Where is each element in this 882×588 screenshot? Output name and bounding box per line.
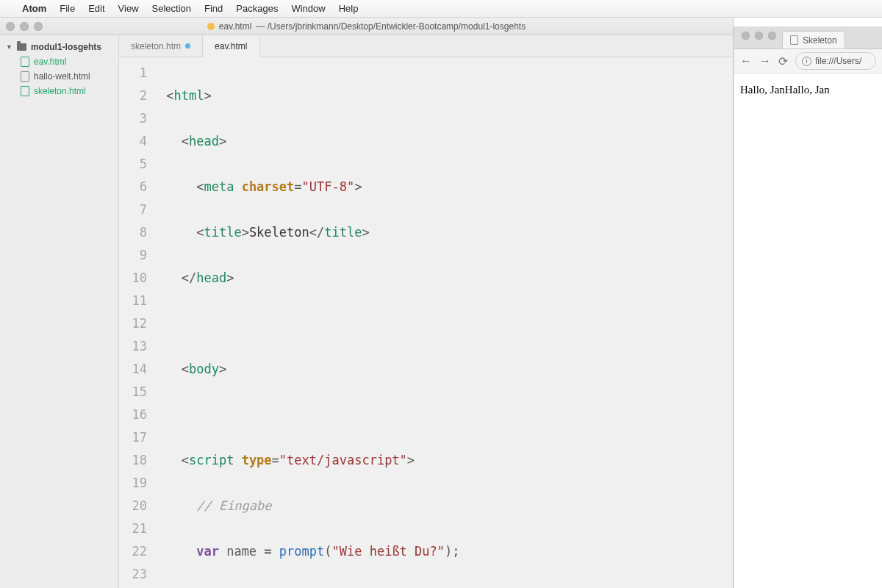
forward-icon[interactable]: →: [759, 54, 771, 68]
address-bar[interactable]: i file:///Users/: [795, 52, 876, 70]
browser-tab[interactable]: Skeleton: [782, 31, 845, 49]
page-icon: [790, 35, 798, 45]
tree-root[interactable]: ▼ modul1-losgehts: [0, 40, 118, 54]
minimize-icon[interactable]: [755, 32, 763, 40]
close-icon[interactable]: [742, 32, 750, 40]
line-number: 19: [119, 472, 147, 495]
modified-dot-icon: [207, 23, 215, 30]
line-number: 1: [119, 62, 147, 85]
atom-titlebar: eav.html — /Users/jbrinkmann/Desktop/Ent…: [0, 18, 733, 35]
line-number: 22: [119, 540, 147, 563]
line-number: 9: [119, 244, 147, 267]
address-text: file:///Users/: [815, 56, 861, 66]
line-number: 23: [119, 563, 147, 586]
tree-item-label: eav.html: [34, 57, 66, 67]
atom-title: eav.html — /Users/jbrinkmann/Desktop/Ent…: [0, 21, 733, 32]
line-number: 20: [119, 495, 147, 517]
line-number: 15: [119, 381, 147, 404]
browser-tab-title: Skeleton: [803, 35, 837, 46]
line-number: 10: [119, 267, 147, 290]
line-number: 4: [119, 130, 147, 153]
tree-item-skeleton[interactable]: skeleton.html: [0, 84, 118, 98]
code-editor[interactable]: 1234567891011121314151617181920212223 <h…: [119, 57, 733, 588]
file-tree[interactable]: ▼ modul1-losgehts eav.html hallo-welt.ht…: [0, 35, 119, 588]
tree-item-eav[interactable]: eav.html: [0, 54, 118, 69]
desktop: eav.html — /Users/jbrinkmann/Desktop/Ent…: [0, 18, 882, 588]
file-icon: [21, 86, 29, 96]
line-number: 6: [119, 176, 147, 198]
file-icon: [21, 71, 29, 82]
reload-icon[interactable]: ⟳: [778, 54, 788, 68]
line-number: 11: [119, 290, 147, 312]
tab-label: skeleton.htm: [131, 41, 181, 51]
browser-toolbar: ← → ⟳ i file:///Users/: [734, 49, 882, 74]
macos-menubar: Atom File Edit View Selection Find Packa…: [0, 0, 882, 18]
tree-item-label: hallo-welt.html: [34, 71, 90, 82]
menubar-selection[interactable]: Selection: [152, 3, 191, 14]
browser-page: Hallo, JanHallo, Jan: [734, 74, 882, 588]
back-icon[interactable]: ←: [740, 54, 752, 68]
browser-window: Skeleton ← → ⟳ i file:///Users/ Hallo, J…: [734, 26, 882, 588]
tree-root-label: modul1-losgehts: [31, 42, 101, 52]
folder-icon: [17, 43, 26, 51]
tree-item-hallo-welt[interactable]: hallo-welt.html: [0, 69, 118, 84]
atom-window: eav.html — /Users/jbrinkmann/Desktop/Ent…: [0, 18, 734, 588]
zoom-icon[interactable]: [768, 32, 776, 40]
menubar-window[interactable]: Window: [291, 3, 325, 14]
line-number: 16: [119, 404, 147, 426]
line-number: 13: [119, 335, 147, 358]
menubar-app[interactable]: Atom: [22, 3, 46, 14]
tab-eav[interactable]: eav.html: [203, 35, 259, 57]
menubar-view[interactable]: View: [118, 3, 139, 14]
file-icon: [21, 57, 29, 67]
line-number: 5: [119, 153, 147, 176]
tree-item-label: skeleton.html: [34, 86, 86, 96]
tab-label: eav.html: [215, 41, 247, 51]
line-number: 7: [119, 198, 147, 221]
line-number: 18: [119, 449, 147, 472]
line-number: 14: [119, 358, 147, 381]
menubar-find[interactable]: Find: [204, 3, 223, 14]
browser-traffic-lights: [739, 32, 782, 44]
line-number: 8: [119, 221, 147, 244]
line-gutter: 1234567891011121314151617181920212223: [119, 57, 154, 588]
line-number: 21: [119, 517, 147, 540]
line-number: 2: [119, 85, 147, 107]
editor-tabs: skeleton.htm eav.html: [119, 35, 733, 57]
chevron-down-icon[interactable]: ▼: [6, 43, 12, 51]
line-number: 17: [119, 426, 147, 449]
atom-title-file: eav.html: [219, 21, 251, 32]
menubar-edit[interactable]: Edit: [88, 3, 104, 14]
menubar-packages[interactable]: Packages: [236, 3, 278, 14]
menubar-file[interactable]: File: [60, 3, 75, 14]
info-icon[interactable]: i: [802, 57, 811, 66]
line-number: 3: [119, 107, 147, 130]
editor-pane: skeleton.htm eav.html 123456789101112131…: [119, 35, 733, 588]
atom-title-path: — /Users/jbrinkmann/Desktop/Entwickler-B…: [256, 21, 526, 32]
page-content: Hallo, JanHallo, Jan: [740, 84, 830, 96]
menubar-help[interactable]: Help: [339, 3, 359, 14]
tab-skeleton[interactable]: skeleton.htm: [119, 35, 203, 57]
modified-dot-icon: [185, 43, 190, 49]
browser-tabbar: Skeleton: [734, 26, 882, 49]
code-lines[interactable]: <html> <head> <meta charset="UTF-8"> <ti…: [154, 57, 733, 588]
line-number: 12: [119, 312, 147, 335]
